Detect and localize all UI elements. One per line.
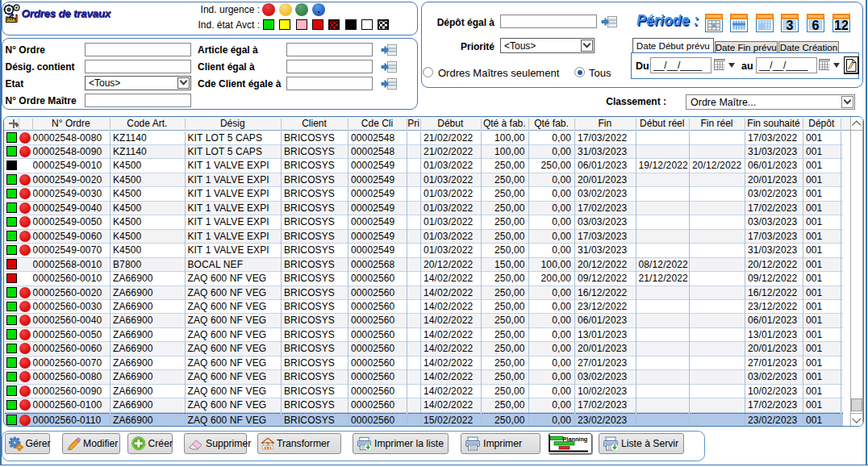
svg-text:6: 6 (812, 19, 819, 32)
svg-text:3: 3 (787, 19, 794, 32)
svg-text:12: 12 (834, 19, 849, 32)
svg-text:Planning: Planning (563, 435, 588, 442)
